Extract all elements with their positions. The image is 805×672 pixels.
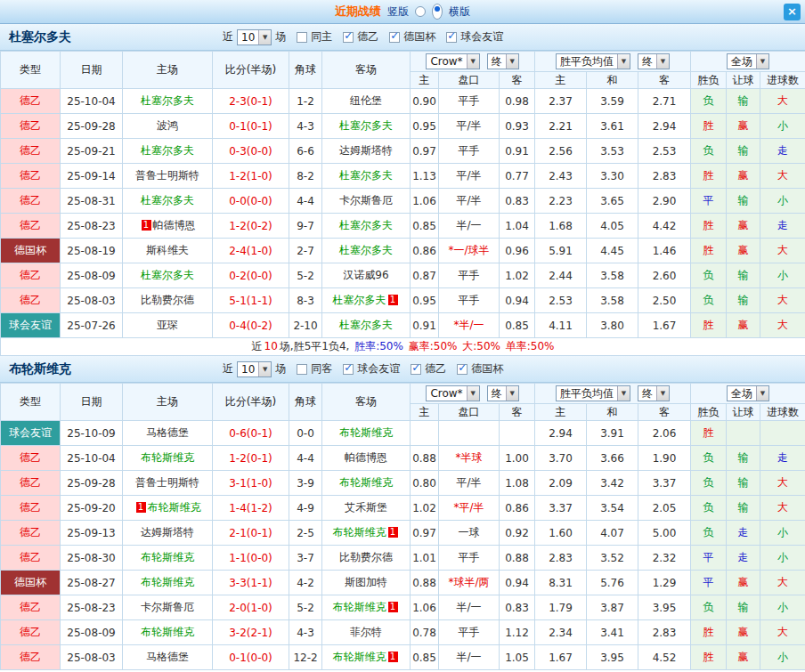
home-team-name[interactable]: 亚琛 (157, 319, 178, 331)
home-team-name[interactable]: 波鸿 (157, 119, 178, 132)
score-cell[interactable]: 2-4(1-0) (213, 239, 289, 263)
score-cell[interactable]: 5-1(1-1) (213, 288, 289, 313)
euro-mean-select-value: 胜平负均值 (557, 54, 617, 69)
score-cell[interactable]: 0-0(0-0) (213, 189, 289, 214)
odds-time-select[interactable]: 终▼ (487, 53, 519, 69)
euro-mean-select[interactable]: 胜平负均值▼ (556, 385, 630, 401)
away-team-name[interactable]: 杜塞尔多夫 (339, 219, 393, 231)
score-cell[interactable]: 0-4(0-2) (213, 313, 289, 338)
away-team-name[interactable]: 杜塞尔多夫 (339, 119, 393, 132)
home-team-name[interactable]: 布轮斯维克 (141, 451, 194, 464)
matches-table-2: 类型日期主场比分(半场)角球客场Crow*▼终▼胜平负均值▼终▼全场▼主盘口客主… (0, 383, 805, 670)
away-team-name[interactable]: 布轮斯维克 (333, 601, 386, 613)
league-checkbox-2[interactable] (411, 364, 421, 375)
score-cell[interactable]: 0-2(0-0) (213, 263, 289, 288)
close-button[interactable]: × (784, 4, 801, 20)
away-team-name[interactable]: 艾禾斯堡 (345, 501, 387, 514)
match-row: 德乙25-10-04布轮斯维克1-2(0-1)4-4帕德博恩0.88*半球1.0… (1, 446, 805, 471)
odds-time-select[interactable]: 终▼ (487, 385, 519, 401)
score-cell[interactable]: 0-1(0-0) (213, 645, 289, 670)
away-team-name[interactable]: 汉诺威96 (343, 269, 388, 281)
away-team-name[interactable]: 菲尔特 (350, 626, 382, 638)
score-cell[interactable]: 0-1(0-1) (213, 114, 289, 139)
home-team-name[interactable]: 普鲁士明斯特 (135, 169, 199, 182)
score-cell[interactable]: 3-1(1-0) (213, 471, 289, 496)
home-team-name[interactable]: 达姆斯塔特 (141, 526, 194, 538)
league-checkbox-3[interactable] (457, 364, 468, 375)
asian-away-odds: 1.08 (500, 471, 535, 496)
away-team-name[interactable]: 杜塞尔多夫 (333, 294, 386, 306)
away-team-name[interactable]: 比勒费尔德 (339, 551, 393, 563)
league-cell: 球会友谊 (1, 313, 61, 338)
score-cell[interactable]: 1-2(0-1) (213, 446, 289, 471)
result-goals-cell: 小 (760, 189, 805, 214)
odds-company-select[interactable]: Crow*▼ (426, 53, 479, 69)
away-team-name[interactable]: 杜塞尔多夫 (339, 169, 393, 182)
euro-home-odds: 1.79 (535, 595, 587, 620)
score-cell[interactable]: 3-3(1-1) (213, 571, 289, 595)
result-wdl-cell: 胜 (691, 114, 727, 139)
home-team-name[interactable]: 卡尔斯鲁厄 (141, 601, 194, 613)
score-cell[interactable]: 1-1(0-0) (213, 546, 289, 571)
away-team-name[interactable]: 达姆斯塔特 (339, 144, 393, 157)
euro-odds-dropdowns: 胜平负均值▼终▼ (535, 385, 690, 401)
away-team-name[interactable]: 布轮斯维克 (339, 476, 393, 489)
horizontal-radio[interactable] (432, 4, 443, 20)
euro-time-select[interactable]: 终▼ (638, 385, 670, 401)
match-count-select[interactable]: 10▼ (237, 361, 272, 377)
odds-company-select[interactable]: Crow*▼ (426, 385, 479, 401)
home-team-name[interactable]: 杜塞尔多夫 (141, 194, 194, 206)
home-team-name[interactable]: 杜塞尔多夫 (141, 94, 194, 107)
away-team-name[interactable]: 斯图加特 (345, 576, 387, 588)
away-team-name[interactable]: 帕德博恩 (345, 451, 387, 464)
away-team-name[interactable]: 布轮斯维克 (333, 651, 386, 663)
home-team-name[interactable]: 杜塞尔多夫 (141, 269, 194, 281)
scope-select[interactable]: 全场▼ (727, 53, 769, 69)
score-cell[interactable]: 0-6(0-1) (213, 421, 289, 446)
euro-time-select[interactable]: 终▼ (638, 53, 670, 69)
subcol-asian-2: 盘口 (439, 404, 500, 421)
home-team-name[interactable]: 布轮斯维克 (148, 501, 201, 514)
score-cell[interactable]: 0-3(0-0) (213, 139, 289, 164)
score-cell[interactable]: 3-2(2-1) (213, 620, 289, 645)
home-team-name[interactable]: 布轮斯维克 (141, 626, 194, 638)
home-team-name[interactable]: 帕德博恩 (153, 219, 196, 231)
home-team-name[interactable]: 比勒费尔德 (141, 294, 194, 306)
away-team-name[interactable]: 卡尔斯鲁厄 (339, 194, 393, 206)
score-cell[interactable]: 1-2(1-0) (213, 164, 289, 189)
away-team-cell: 杜塞尔多夫 (322, 214, 411, 239)
away-team-name[interactable]: 布轮斯维克 (333, 526, 386, 538)
home-team-name[interactable]: 普鲁士明斯特 (135, 476, 199, 489)
home-team-name[interactable]: 杜塞尔多夫 (141, 144, 194, 157)
away-team-name[interactable]: 杜塞尔多夫 (339, 319, 393, 331)
home-team-name[interactable]: 布轮斯维克 (141, 576, 194, 588)
same-venue-checkbox[interactable] (297, 364, 307, 375)
league-checkbox-1[interactable] (343, 32, 354, 43)
away-team-cell: 比勒费尔德 (322, 546, 411, 571)
scope-select[interactable]: 全场▼ (727, 385, 769, 401)
home-team-name[interactable]: 斯科维夫 (146, 244, 189, 256)
vertical-radio[interactable] (415, 6, 426, 17)
same-venue-label: 同客 (311, 361, 332, 376)
date-cell: 25-08-27 (61, 571, 123, 595)
away-team-name[interactable]: 布轮斯维克 (339, 426, 393, 439)
score-cell[interactable]: 1-4(1-2) (213, 496, 289, 521)
league-checkbox-2[interactable] (389, 32, 400, 43)
home-team-name[interactable]: 布轮斯维克 (141, 551, 194, 563)
home-team-name[interactable]: 马格德堡 (146, 426, 189, 439)
euro-mean-select[interactable]: 胜平负均值▼ (556, 53, 630, 69)
euro-home-odds: 2.94 (535, 421, 587, 446)
same-venue-checkbox[interactable] (297, 32, 307, 43)
away-team-name[interactable]: 杜塞尔多夫 (339, 244, 393, 256)
score-cell[interactable]: 2-0(1-0) (213, 595, 289, 620)
title-bar-center: 近期战绩 竖版 横版 (335, 4, 470, 20)
score-cell[interactable]: 1-2(0-2) (213, 214, 289, 239)
odds-company-select-value: Crow* (427, 55, 466, 68)
away-team-name[interactable]: 纽伦堡 (350, 94, 382, 107)
score-cell[interactable]: 2-1(0-1) (213, 521, 289, 546)
league-checkbox-3[interactable] (446, 32, 457, 43)
score-cell[interactable]: 2-3(0-1) (213, 89, 289, 114)
league-checkbox-1[interactable] (343, 364, 354, 375)
home-team-name[interactable]: 马格德堡 (146, 651, 189, 663)
match-count-select[interactable]: 10▼ (237, 29, 272, 45)
